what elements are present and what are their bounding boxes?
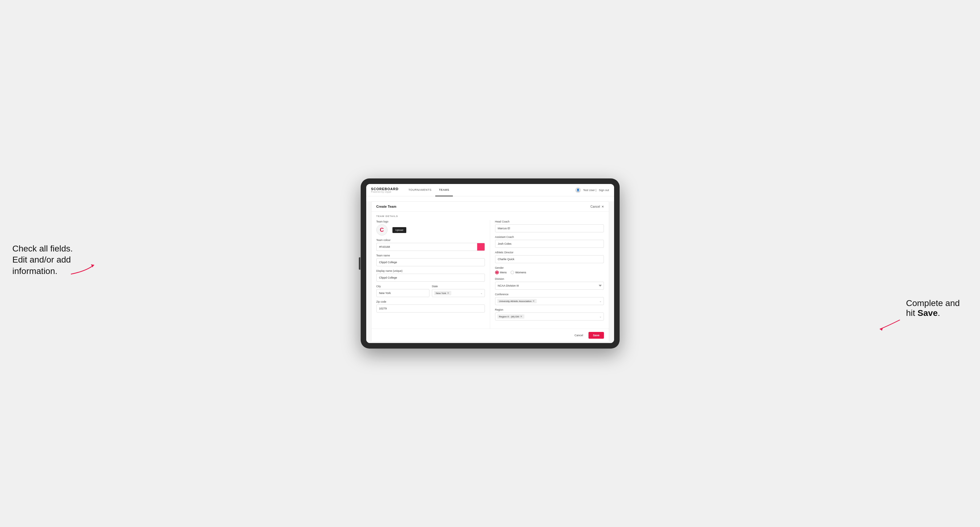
- tablet-device: SCOREBOARD Powered by clippd TOURNAMENTS…: [361, 178, 620, 349]
- region-tag: Region II - (M) DIII ✕: [497, 314, 525, 319]
- team-name-input[interactable]: [376, 258, 485, 266]
- create-team-form: Create Team Cancel ✕ TEAM DETAILS: [371, 201, 609, 342]
- state-select[interactable]: New York ✕ ⌄: [432, 289, 485, 297]
- svg-marker-0: [91, 264, 94, 267]
- zip-label: Zip code: [376, 300, 485, 303]
- color-swatch[interactable]: [477, 243, 485, 251]
- city-label: City: [376, 285, 430, 288]
- head-coach-label: Head Coach: [495, 220, 604, 223]
- zip-input[interactable]: [376, 305, 485, 313]
- section-label: TEAM DETAILS: [371, 212, 609, 220]
- form-header: Create Team Cancel ✕: [371, 202, 609, 212]
- conference-chevron-icon: ⌄: [599, 300, 602, 303]
- user-avatar: 👤: [575, 187, 581, 193]
- tablet-side-button: [359, 257, 360, 270]
- upload-button[interactable]: Upload: [393, 227, 406, 233]
- form-title: Create Team: [376, 205, 396, 208]
- region-chevron-icon: ⌄: [599, 315, 602, 318]
- form-right-column: Head Coach Assistant Coach Athletic Dire…: [490, 220, 609, 329]
- assistant-coach-label: Assistant Coach: [495, 235, 604, 238]
- svg-marker-1: [880, 328, 883, 331]
- state-label: State: [432, 285, 485, 288]
- nav-right: 👤 Test User | Sign out: [575, 187, 609, 193]
- gender-womens-option[interactable]: Womens: [511, 271, 526, 274]
- city-input[interactable]: [376, 289, 430, 297]
- team-colour-label: Team colour: [376, 238, 485, 241]
- gender-radio-group: Mens Womens: [495, 271, 604, 274]
- assistant-coach-input[interactable]: [495, 240, 604, 248]
- state-tag: New York ✕: [434, 291, 452, 295]
- head-coach-field: Head Coach: [495, 220, 604, 232]
- cancel-x-button[interactable]: Cancel ✕: [590, 205, 604, 208]
- main-content: Create Team Cancel ✕ TEAM DETAILS: [366, 201, 614, 343]
- region-field: Region Region II - (M) DIII ✕ ⌄: [495, 308, 604, 321]
- conference-tag: University Athletic Association ✕: [497, 299, 537, 303]
- region-label: Region: [495, 308, 604, 311]
- brand: SCOREBOARD Powered by clippd: [371, 187, 399, 193]
- gender-field: Gender Mens Womens: [495, 266, 604, 274]
- team-colour-field: Team colour: [376, 238, 485, 251]
- athletic-director-field: Athletic Director: [495, 251, 604, 263]
- city-state-row: City State New York ✕: [376, 285, 485, 297]
- athletic-director-input[interactable]: [495, 255, 604, 263]
- division-label: Division: [495, 277, 604, 281]
- zip-code-field: Zip code: [376, 300, 485, 313]
- assistant-coach-field: Assistant Coach: [495, 235, 604, 248]
- brand-name: SCOREBOARD: [371, 187, 399, 191]
- region-tag-remove[interactable]: ✕: [520, 315, 522, 318]
- logo-row: C Upload: [376, 224, 485, 235]
- form-left-column: Team logo C Upload Team colo: [371, 220, 490, 329]
- city-field: City: [376, 285, 430, 297]
- navbar: SCOREBOARD Powered by clippd TOURNAMENTS…: [366, 184, 614, 196]
- team-logo-field: Team logo C Upload: [376, 220, 485, 235]
- gender-mens-radio[interactable]: [495, 271, 499, 274]
- head-coach-input[interactable]: [495, 224, 604, 232]
- footer-cancel-button[interactable]: Cancel: [571, 332, 586, 338]
- right-annotation: Complete and hit Save.: [906, 298, 968, 318]
- nav-tournaments[interactable]: TOURNAMENTS: [405, 184, 435, 196]
- division-field: Division NCAA Division III: [495, 277, 604, 290]
- conference-field: Conference University Athletic Associati…: [495, 293, 604, 305]
- division-select[interactable]: NCAA Division III: [495, 282, 604, 290]
- team-name-label: Team name: [376, 254, 485, 257]
- city-state-field: City State New York ✕: [376, 285, 485, 297]
- tablet-screen: SCOREBOARD Powered by clippd TOURNAMENTS…: [366, 184, 614, 343]
- display-name-field: Display name (unique): [376, 269, 485, 282]
- color-field-row: [376, 243, 485, 251]
- team-name-field: Team name: [376, 254, 485, 266]
- state-tag-remove[interactable]: ✕: [447, 292, 449, 295]
- region-select[interactable]: Region II - (M) DIII ✕ ⌄: [495, 313, 604, 321]
- sign-out-link[interactable]: Sign out: [599, 189, 609, 192]
- left-arrow-icon: [68, 259, 99, 277]
- gender-womens-radio[interactable]: [511, 271, 514, 274]
- display-name-label: Display name (unique): [376, 269, 485, 273]
- left-annotation: Check all fields. Edit and/or add inform…: [12, 243, 80, 277]
- user-name: Test User |: [583, 189, 597, 192]
- team-logo-label: Team logo: [376, 220, 485, 223]
- form-footer: Cancel Save: [371, 329, 609, 342]
- brand-subtitle: Powered by clippd: [371, 191, 399, 193]
- right-arrow-icon: [875, 317, 903, 332]
- conference-label: Conference: [495, 293, 604, 296]
- gender-label: Gender: [495, 266, 604, 269]
- gender-mens-option[interactable]: Mens: [495, 271, 507, 274]
- state-chevron-icon: ⌄: [480, 292, 483, 295]
- logo-preview: C: [376, 224, 388, 235]
- conference-tag-remove[interactable]: ✕: [532, 300, 535, 303]
- nav-teams[interactable]: TEAMS: [435, 184, 453, 196]
- display-name-input[interactable]: [376, 274, 485, 282]
- state-field: State New York ✕ ⌄: [432, 285, 485, 297]
- save-button[interactable]: Save: [589, 332, 604, 339]
- athletic-director-label: Athletic Director: [495, 251, 604, 254]
- team-colour-input[interactable]: [376, 243, 477, 251]
- nav-links: TOURNAMENTS TEAMS: [405, 184, 575, 196]
- form-body: Team logo C Upload Team colo: [371, 220, 609, 329]
- conference-select[interactable]: University Athletic Association ✕ ⌄: [495, 297, 604, 305]
